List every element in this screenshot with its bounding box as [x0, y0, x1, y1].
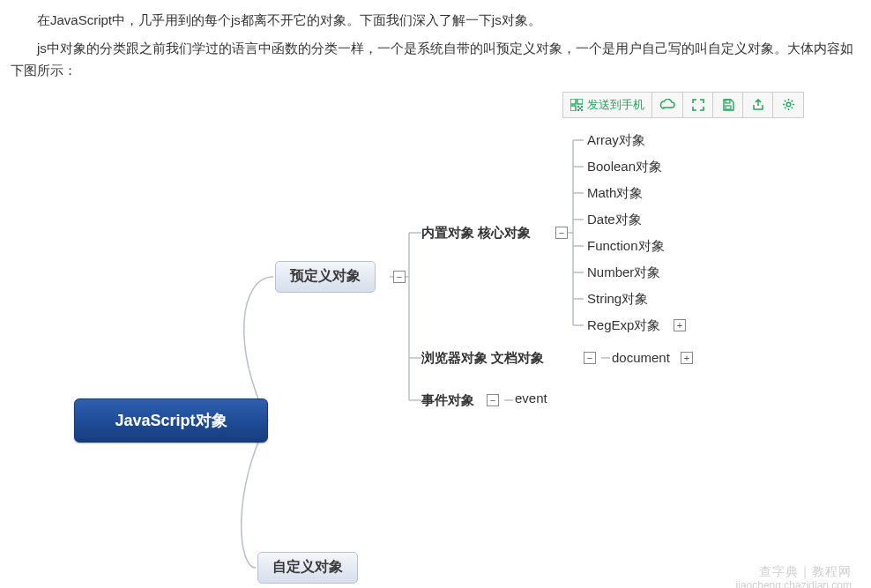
svg-rect-2: [570, 106, 576, 111]
root-node[interactable]: JavaScript对象: [74, 398, 268, 443]
share-icon: [752, 99, 764, 111]
fullscreen-icon: [692, 99, 704, 111]
svg-rect-9: [726, 106, 731, 109]
event-leaf-node[interactable]: event: [515, 391, 547, 406]
custom-node[interactable]: 自定义对象: [257, 552, 358, 584]
builtin-item-boolean[interactable]: Boolean对象: [587, 159, 662, 175]
save-icon: [722, 99, 734, 111]
predefined-toggle[interactable]: −: [393, 271, 406, 283]
browser-doc-node[interactable]: 浏览器对象 文档对象: [421, 350, 544, 367]
event-node[interactable]: 事件对象: [421, 392, 474, 409]
svg-rect-0: [570, 99, 576, 104]
qr-icon: [570, 99, 583, 111]
svg-rect-4: [581, 106, 583, 108]
cloud-button[interactable]: [652, 93, 683, 117]
browser-doc-label: 浏览器对象 文档对象: [421, 350, 544, 365]
intro-text: 在JavaScript中，几乎用到的每个js都离不开它的对象。下面我们深入了解一…: [11, 9, 860, 82]
svg-rect-1: [577, 99, 583, 104]
document-label: document: [612, 350, 670, 365]
save-button[interactable]: [713, 93, 743, 117]
svg-rect-5: [579, 108, 581, 109]
fullscreen-button[interactable]: [683, 93, 713, 117]
document-toggle[interactable]: +: [681, 352, 693, 364]
builtin-item-string[interactable]: String对象: [587, 291, 648, 308]
svg-rect-8: [726, 100, 730, 103]
event-leaf-label: event: [515, 391, 547, 406]
builtin-item-array[interactable]: Array对象: [587, 132, 645, 149]
gear-icon: [782, 98, 795, 111]
builtin-item-number[interactable]: Number对象: [587, 264, 660, 281]
document-node[interactable]: document: [612, 350, 670, 365]
cloud-icon: [659, 99, 675, 111]
predefined-label: 预定义对象: [290, 267, 361, 286]
watermark-line1: 查字典｜教程网: [736, 564, 852, 579]
builtin-item-date[interactable]: Date对象: [587, 212, 642, 228]
watermark: 查字典｜教程网 jiaocheng.chazidian.com: [736, 564, 852, 588]
svg-rect-3: [577, 106, 579, 108]
predefined-node[interactable]: 预定义对象: [275, 261, 376, 293]
mindmap-diagram: 发送到手机: [11, 87, 857, 589]
builtin-core-node[interactable]: 内置对象 核心对象: [421, 225, 531, 242]
builtin-item-function[interactable]: Function对象: [587, 238, 665, 255]
event-label: 事件对象: [421, 392, 474, 407]
custom-label: 自定义对象: [272, 558, 343, 577]
diagram-toolbar: 发送到手机: [562, 92, 804, 118]
watermark-line2: jiaocheng.chazidian.com: [736, 579, 852, 588]
share-button[interactable]: [743, 93, 773, 117]
send-to-phone-label: 发送到手机: [587, 97, 644, 113]
intro-paragraph-1: 在JavaScript中，几乎用到的每个js都离不开它的对象。下面我们深入了解一…: [11, 9, 860, 32]
builtin-toggle[interactable]: −: [555, 227, 568, 239]
root-label: JavaScript对象: [115, 410, 227, 431]
builtin-item-math[interactable]: Math对象: [587, 185, 643, 202]
builtin-core-label: 内置对象 核心对象: [421, 225, 531, 240]
regexp-toggle[interactable]: +: [674, 319, 686, 331]
settings-button[interactable]: [773, 93, 803, 117]
event-toggle[interactable]: −: [487, 394, 499, 406]
send-to-phone-button[interactable]: 发送到手机: [563, 93, 652, 117]
svg-rect-6: [577, 109, 579, 111]
browser-doc-toggle[interactable]: −: [584, 352, 596, 364]
svg-point-10: [786, 102, 791, 107]
builtin-item-regexp[interactable]: RegExp对象: [587, 317, 660, 334]
svg-rect-7: [581, 109, 583, 111]
intro-paragraph-2: js中对象的分类跟之前我们学过的语言中函数的分类一样，一个是系统自带的叫预定义对…: [11, 37, 860, 82]
